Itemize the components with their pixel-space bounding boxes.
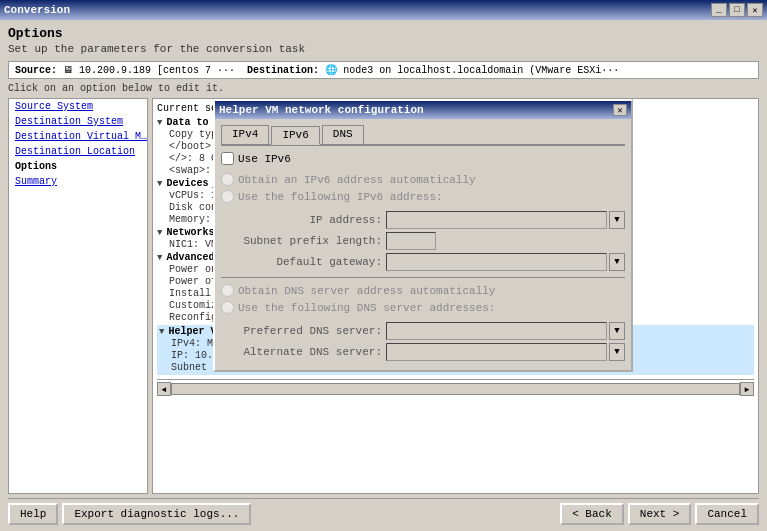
section-networks-label: Networks xyxy=(166,227,214,238)
bottom-left-buttons: Help Export diagnostic logs... xyxy=(8,503,251,525)
export-logs-button[interactable]: Export diagnostic logs... xyxy=(62,503,251,525)
maximize-button[interactable]: □ xyxy=(729,3,745,17)
dest-label: Destination: xyxy=(247,65,319,76)
bottom-bar: Help Export diagnostic logs... < Back Ne… xyxy=(8,498,759,525)
scroll-right-arrow[interactable]: ► xyxy=(740,382,754,396)
dest-text: node3 on localhost.localdomain (VMware E… xyxy=(343,65,619,76)
ip-address-row: IP address: ▼ xyxy=(221,211,625,229)
window-content: Options Set up the parameters for the co… xyxy=(0,20,767,531)
source-label: Source: xyxy=(15,65,57,76)
overlay-title: Helper VM network configuration xyxy=(219,104,424,116)
default-gateway-label: Default gateway: xyxy=(237,256,382,268)
sidebar-item-destination-virtual-machine[interactable]: Destination Virtual M… xyxy=(9,129,147,144)
preferred-dns-input-wrapper: ▼ xyxy=(386,322,625,340)
default-gateway-dropdown[interactable]: ▼ xyxy=(609,253,625,271)
dest-icon: 🌐 xyxy=(325,64,337,76)
settings-panel: Current settings: ▼ Data to copy Edit Co… xyxy=(152,98,759,494)
use-following-radio[interactable] xyxy=(221,190,234,203)
preferred-dns-row: Preferred DNS server: ▼ xyxy=(221,322,625,340)
tab-bar: IPv4 IPv6 DNS xyxy=(221,125,625,146)
use-ipv6-checkbox[interactable] xyxy=(221,152,234,165)
ipv6-address-radio-group: Obtain an IPv6 address automatically Use… xyxy=(221,173,625,203)
source-dest-bar: Source: 🖥 10.200.9.189 [centos 7 ··· Des… xyxy=(8,61,759,79)
collapse-helper-vm-icon: ▼ xyxy=(159,327,164,337)
page-subtitle: Set up the parameters for the conversion… xyxy=(8,43,759,55)
help-button[interactable]: Help xyxy=(8,503,58,525)
sidebar-item-destination-location[interactable]: Destination Location xyxy=(9,144,147,159)
sidebar-item-destination-system[interactable]: Destination System xyxy=(9,114,147,129)
alternate-dns-dropdown[interactable]: ▼ xyxy=(609,343,625,361)
ip-address-input[interactable] xyxy=(386,211,607,229)
next-button[interactable]: Next > xyxy=(628,503,692,525)
obtain-auto-label: Obtain an IPv6 address automatically xyxy=(238,174,476,186)
collapse-advanced-icon: ▼ xyxy=(157,253,162,263)
default-gateway-row: Default gateway: ▼ xyxy=(221,253,625,271)
sidebar-item-source-system[interactable]: Source System xyxy=(9,99,147,114)
use-ipv6-label: Use IPv6 xyxy=(238,153,291,165)
click-hint: Click on an option below to edit it. xyxy=(8,83,759,94)
overlay-title-bar: Helper VM network configuration ✕ xyxy=(215,101,631,119)
obtain-dns-auto-row: Obtain DNS server address automatically xyxy=(221,284,625,297)
tab-ipv6[interactable]: IPv6 xyxy=(271,126,319,145)
preferred-dns-label: Preferred DNS server: xyxy=(237,325,382,337)
source-icon: 🖥 xyxy=(63,64,73,76)
collapse-icon: ▼ xyxy=(157,118,162,128)
subnet-prefix-input[interactable] xyxy=(386,232,436,250)
default-gateway-input[interactable] xyxy=(386,253,607,271)
scroll-left-arrow[interactable]: ◄ xyxy=(157,382,171,396)
page-title: Options xyxy=(8,26,759,41)
subnet-prefix-row: Subnet prefix length: xyxy=(221,232,625,250)
close-button[interactable]: ✕ xyxy=(747,3,763,17)
minimize-button[interactable]: _ xyxy=(711,3,727,17)
main-body: Source System Destination System Destina… xyxy=(8,98,759,494)
preferred-dns-input[interactable] xyxy=(386,322,607,340)
cancel-button[interactable]: Cancel xyxy=(695,503,759,525)
alternate-dns-input-wrapper: ▼ xyxy=(386,343,625,361)
bottom-right-buttons: < Back Next > Cancel xyxy=(560,503,759,525)
tab-ipv4[interactable]: IPv4 xyxy=(221,125,269,144)
back-button[interactable]: < Back xyxy=(560,503,624,525)
sidebar: Source System Destination System Destina… xyxy=(8,98,148,494)
title-bar: Conversion _ □ ✕ xyxy=(0,0,767,20)
use-ipv6-row: Use IPv6 xyxy=(221,152,625,165)
alternate-dns-label: Alternate DNS server: xyxy=(237,346,382,358)
preferred-dns-dropdown[interactable]: ▼ xyxy=(609,322,625,340)
use-following-label: Use the following IPv6 address: xyxy=(238,191,443,203)
use-following-row: Use the following IPv6 address: xyxy=(221,190,625,203)
obtain-auto-radio[interactable] xyxy=(221,173,234,186)
collapse-devices-icon: ▼ xyxy=(157,179,162,189)
use-dns-following-row: Use the following DNS server addresses: xyxy=(221,301,625,314)
sidebar-item-summary[interactable]: Summary xyxy=(9,174,147,189)
alternate-dns-input[interactable] xyxy=(386,343,607,361)
section-devices-label: Devices xyxy=(166,178,208,189)
obtain-dns-auto-label: Obtain DNS server address automatically xyxy=(238,285,495,297)
scroll-track xyxy=(171,383,740,395)
use-dns-following-label: Use the following DNS server addresses: xyxy=(238,302,495,314)
dns-radio-group: Obtain DNS server address automatically … xyxy=(221,284,625,314)
collapse-networks-icon: ▼ xyxy=(157,228,162,238)
ip-address-input-wrapper: ▼ xyxy=(386,211,625,229)
obtain-dns-auto-radio[interactable] xyxy=(221,284,234,297)
helper-vm-dialog: Helper VM network configuration ✕ IPv4 I… xyxy=(213,99,633,372)
subnet-prefix-label: Subnet prefix length: xyxy=(237,235,382,247)
use-dns-following-radio[interactable] xyxy=(221,301,234,314)
settings-scroll-bar: ◄ ► xyxy=(157,379,754,396)
tab-dns[interactable]: DNS xyxy=(322,125,364,144)
sidebar-item-options[interactable]: Options xyxy=(9,159,147,174)
source-text: 10.200.9.189 [centos 7 ··· xyxy=(79,65,235,76)
overlay-close-button[interactable]: ✕ xyxy=(613,104,627,116)
ip-address-dropdown[interactable]: ▼ xyxy=(609,211,625,229)
divider xyxy=(221,277,625,278)
title-bar-controls: _ □ ✕ xyxy=(711,3,763,17)
default-gateway-input-wrapper: ▼ xyxy=(386,253,625,271)
window-title: Conversion xyxy=(4,4,70,16)
alternate-dns-row: Alternate DNS server: ▼ xyxy=(221,343,625,361)
overlay-content: IPv4 IPv6 DNS Use IPv6 Obtain an IPv6 ad… xyxy=(215,119,631,370)
ip-address-label: IP address: xyxy=(237,214,382,226)
obtain-auto-row: Obtain an IPv6 address automatically xyxy=(221,173,625,186)
header-section: Options Set up the parameters for the co… xyxy=(8,26,759,55)
